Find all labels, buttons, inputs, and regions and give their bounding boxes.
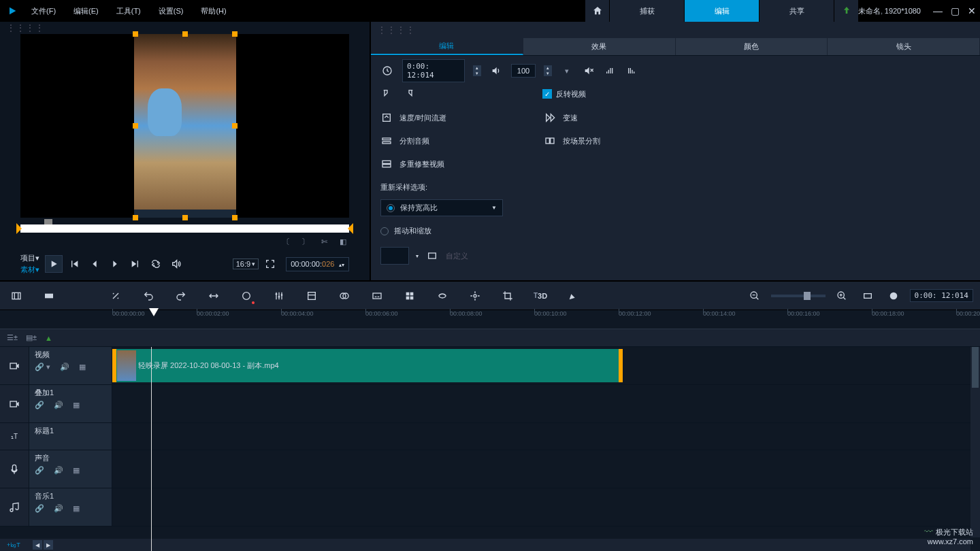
track-title-head[interactable]: ₁T [0, 423, 29, 450]
track-voice-head[interactable] [0, 450, 29, 488]
timeline-view-icon[interactable] [39, 286, 59, 305]
tool-speed[interactable]: 速度/时间流逝 [380, 112, 517, 124]
fx-tool-icon[interactable] [106, 286, 125, 305]
tab-home[interactable] [585, 0, 609, 22]
close-button[interactable]: ✕ [968, 5, 976, 16]
record-icon[interactable] [237, 286, 256, 305]
next-frame-button[interactable] [106, 255, 124, 273]
pan-zoom-radio[interactable]: 摇动和缩放 [380, 226, 970, 236]
zoom-slider[interactable] [771, 295, 826, 297]
volume-input[interactable]: 100 [511, 64, 536, 78]
duration-input[interactable]: 0:00: 12:014 [402, 59, 465, 82]
link-icon[interactable]: 🔗 [35, 466, 44, 475]
zoom-in-icon[interactable] [832, 286, 851, 305]
playhead-marker[interactable] [149, 308, 159, 316]
vertical-scrollbar[interactable] [970, 347, 980, 537]
maximize-button[interactable]: ▢ [951, 5, 960, 16]
preview-timecode[interactable]: 00:00:00:026 ▴▾ [286, 257, 349, 271]
track-video-head[interactable] [0, 347, 29, 384]
scroll-right-icon[interactable]: ▶ [44, 540, 53, 550]
scroll-left-icon[interactable]: ◀ [33, 540, 42, 550]
tab-share[interactable]: 共享 [759, 0, 834, 22]
mark-in-icon[interactable]: 〔 [280, 235, 292, 248]
swatch-dropdown[interactable]: ▾ [416, 253, 419, 259]
play-button[interactable] [45, 255, 63, 273]
track-music-head[interactable] [0, 488, 29, 526]
preview-area[interactable] [20, 34, 349, 218]
rotate-right-icon[interactable] [402, 87, 416, 101]
lock-icon[interactable]: ▦ [73, 504, 80, 513]
vol-menu[interactable]: ▾ [560, 64, 574, 78]
add-cue-button[interactable]: +㏒T [0, 539, 27, 551]
mute-track-icon[interactable]: 🔊 [54, 466, 63, 475]
playhead-line[interactable] [151, 347, 152, 551]
3d-text-icon[interactable]: T3D [531, 286, 550, 305]
loop-button[interactable] [147, 255, 165, 273]
timeline-timecode[interactable]: 0:00: 12:014 [910, 289, 973, 302]
redo-icon[interactable] [172, 286, 191, 305]
edit-tab-edit[interactable]: 编辑 [371, 38, 523, 55]
tab-capture[interactable]: 捕获 [609, 0, 684, 22]
tab-upload[interactable] [834, 0, 858, 22]
track-overlay-head[interactable] [0, 385, 29, 422]
storyboard-view-icon[interactable] [7, 286, 26, 305]
fullscreen-button[interactable] [261, 255, 279, 273]
track-expand-icon[interactable]: ▲ [45, 334, 52, 342]
tool-multi-trim[interactable]: 多重修整视频 [380, 158, 517, 170]
go-start-button[interactable] [65, 255, 83, 273]
lock-icon[interactable]: ▦ [79, 363, 86, 371]
reverse-checkbox[interactable]: ✓ 反转视频 [542, 89, 586, 99]
track-add-icon[interactable]: ▤± [26, 333, 37, 342]
undo-icon[interactable] [139, 286, 158, 305]
zoom-out-icon[interactable] [745, 286, 764, 305]
fit-project-icon[interactable] [858, 286, 877, 305]
mode-clip[interactable]: 素材▾ [20, 265, 39, 275]
tool-varispeed[interactable]: 变速 [544, 112, 680, 124]
tool-scene-split[interactable]: 按场景分割 [544, 135, 680, 147]
lock-icon[interactable]: ▦ [73, 401, 80, 410]
mute-track-icon[interactable]: 🔊 [54, 401, 63, 410]
link-icon[interactable]: 🔗 [35, 504, 44, 513]
mode-project[interactable]: 项目▾ [20, 253, 39, 263]
motion-icon[interactable] [433, 286, 452, 305]
menu-file[interactable]: 文件(F) [29, 5, 59, 18]
timeline-ruler[interactable]: 00:00:00:0000:00:02:0000:00:04:0000:00:0… [0, 310, 980, 329]
vol-down[interactable]: ▾ [544, 71, 552, 76]
tool-split-audio[interactable]: 分割音频 [380, 135, 517, 147]
mask-icon[interactable] [335, 286, 354, 305]
paint-icon[interactable] [564, 286, 583, 305]
menu-tools[interactable]: 工具(T) [114, 5, 144, 18]
color-swatch[interactable] [380, 247, 409, 265]
mute-track-icon[interactable]: 🔊 [54, 504, 63, 513]
track-menu-icon[interactable]: ☰± [7, 333, 18, 342]
lock-icon[interactable]: ▦ [73, 466, 80, 475]
audio-mix-icon[interactable] [270, 286, 289, 305]
mute-track-icon[interactable]: 🔊 [60, 363, 69, 371]
tab-edit[interactable]: 编辑 [684, 0, 759, 22]
fade-in-icon[interactable] [604, 64, 617, 78]
dur-up[interactable]: ▴ [473, 65, 481, 71]
prev-frame-button[interactable] [86, 255, 103, 273]
menu-edit[interactable]: 编辑(E) [71, 5, 101, 18]
vol-up[interactable]: ▴ [544, 65, 552, 71]
edit-tab-lens[interactable]: 镜头 [828, 38, 980, 55]
edit-tab-color[interactable]: 颜色 [676, 38, 828, 55]
volume-button[interactable] [167, 255, 185, 273]
split-icon[interactable]: ✄ [318, 235, 330, 248]
pane-grip[interactable]: ⋮⋮⋮⋮ [371, 22, 980, 38]
resample-combo[interactable]: 保持宽高比 [380, 199, 503, 216]
rotate-left-icon[interactable] [380, 87, 394, 101]
video-clip[interactable]: 轻映录屏 2022-10-20 08-00-13 - 副本.mp4 [112, 349, 623, 382]
link-icon[interactable]: 🔗 ▾ [35, 363, 50, 371]
edit-tab-effect[interactable]: 效果 [523, 38, 676, 55]
subtitle-icon[interactable] [368, 286, 387, 305]
minimize-button[interactable]: — [933, 5, 943, 16]
crop-icon[interactable]: ◧ [337, 235, 349, 248]
mark-out-icon[interactable]: 〕 [299, 235, 311, 248]
mute-icon[interactable] [582, 64, 595, 78]
go-end-button[interactable] [127, 255, 144, 273]
chapter-icon[interactable] [302, 286, 321, 305]
menu-help[interactable]: 帮助(H) [198, 5, 229, 18]
dur-down[interactable]: ▾ [473, 71, 481, 76]
fit-icon[interactable] [204, 286, 223, 305]
